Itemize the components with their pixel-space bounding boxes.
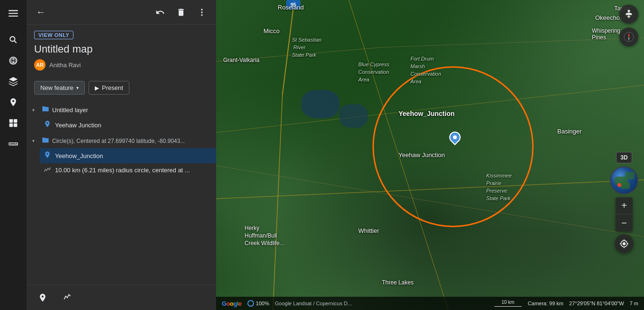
layer-item-2-label: Yeehow_Junction bbox=[55, 152, 103, 159]
svg-point-5 bbox=[12, 58, 14, 60]
3d-button[interactable]: 3D bbox=[616, 152, 632, 163]
present-play-icon: ▶ bbox=[95, 85, 99, 91]
measure-button[interactable] bbox=[4, 134, 23, 153]
zoom-controls: + − bbox=[616, 197, 633, 231]
svg-rect-1 bbox=[9, 13, 18, 14]
author-name: Anitha Ravi bbox=[49, 62, 81, 69]
data-source: Google Landsat / Copernicus D... bbox=[275, 301, 352, 306]
location-button[interactable] bbox=[4, 93, 23, 112]
explore-button[interactable] bbox=[4, 51, 23, 70]
layer-group-2: ▾ Circle(s), Centered at 27.699740 latit… bbox=[27, 133, 216, 177]
present-label: Present bbox=[102, 84, 123, 91]
pin-icon-2 bbox=[44, 151, 51, 160]
map-pin[interactable] bbox=[448, 132, 462, 148]
sidebar: ← VIEW ONLY Untitled map AR Anitha Ravi bbox=[27, 0, 216, 310]
svg-rect-6 bbox=[9, 119, 13, 123]
layer-1-name: Untitled layer bbox=[52, 106, 210, 114]
map-author: AR Anitha Ravi bbox=[34, 59, 209, 71]
more-button[interactable] bbox=[193, 4, 210, 21]
sidebar-header: ← bbox=[27, 0, 216, 25]
layer-item-1-label: Yeehaw Junction bbox=[55, 122, 101, 129]
sidebar-bottom bbox=[27, 285, 216, 310]
back-button[interactable]: ← bbox=[32, 4, 49, 21]
svg-point-18 bbox=[201, 14, 202, 16]
compass-icon bbox=[623, 31, 635, 43]
water-body bbox=[301, 90, 339, 118]
layer-item-circle[interactable]: 10.00 km (6.21 miles) radius circle, cen… bbox=[40, 163, 216, 177]
zoom-out-button[interactable]: − bbox=[616, 214, 633, 231]
my-location-button[interactable] bbox=[615, 234, 634, 253]
globe-widget[interactable] bbox=[610, 166, 638, 195]
map-area[interactable]: 95 RoselandMiccoGrant-ValkariaSt Sebasti… bbox=[216, 0, 644, 310]
zoom-indicator: 100% bbox=[247, 300, 269, 307]
present-button[interactable]: ▶ Present bbox=[89, 81, 129, 95]
compass-button[interactable] bbox=[619, 27, 638, 46]
scale-label: 10 km bbox=[501, 300, 514, 305]
water-body-2 bbox=[339, 104, 368, 128]
map-controls-top bbox=[619, 5, 638, 46]
chevron-down-icon: ▾ bbox=[76, 85, 79, 90]
layer-1-items: Yeehaw Junction bbox=[27, 117, 216, 133]
folder-icon-2 bbox=[42, 136, 49, 145]
delete-button[interactable] bbox=[172, 4, 190, 21]
svg-point-29 bbox=[628, 10, 630, 12]
zoom-in-button[interactable]: + bbox=[616, 197, 633, 214]
layer-item-3-label: 10.00 km (6.21 miles) radius circle, cen… bbox=[55, 167, 190, 174]
pegman-button[interactable] bbox=[619, 5, 638, 24]
layer-item-yeehow-junction[interactable]: Yeehow_Junction bbox=[40, 148, 216, 163]
chevron-icon-2: ▾ bbox=[32, 138, 39, 143]
svg-rect-8 bbox=[9, 124, 13, 127]
chevron-icon: ▾ bbox=[32, 107, 39, 113]
menu-button[interactable] bbox=[4, 4, 23, 23]
layer-item-yeehaw-junction[interactable]: Yeehaw Junction bbox=[40, 117, 216, 133]
new-feature-button[interactable]: New feature ▾ bbox=[34, 81, 85, 95]
layers-button[interactable] bbox=[4, 72, 23, 91]
action-buttons: New feature ▾ ▶ Present bbox=[27, 81, 216, 100]
pin-icon bbox=[44, 120, 51, 130]
layer-1-header[interactable]: ▾ Untitled layer bbox=[27, 102, 216, 117]
zoom-percent: 100% bbox=[256, 301, 269, 306]
map-info: VIEW ONLY Untitled map AR Anitha Ravi bbox=[27, 25, 216, 81]
layer-2-header[interactable]: ▾ Circle(s), Centered at 27.699740 latit… bbox=[27, 133, 216, 148]
google-logo: Google bbox=[222, 300, 242, 307]
coordinates: 27°29'05"N 81°04'00"W bbox=[569, 301, 624, 306]
folder-icon bbox=[42, 105, 49, 115]
pin-head bbox=[447, 129, 463, 145]
scale-bar: 10 km bbox=[494, 300, 522, 307]
layer-2-name: Circle(s), Centered at 27.699740 latitud… bbox=[52, 138, 210, 144]
icon-rail bbox=[0, 0, 27, 310]
svg-line-4 bbox=[14, 41, 17, 43]
add-marker-button[interactable] bbox=[34, 289, 51, 306]
map-status-bar: Google 100% Google Landsat / Copernicus … bbox=[216, 297, 644, 310]
new-feature-label: New feature bbox=[40, 84, 73, 91]
undo-button[interactable] bbox=[152, 4, 169, 21]
layer-2-items: Yeehow_Junction 10.00 km (6.21 miles) ra… bbox=[27, 148, 216, 177]
svg-point-17 bbox=[201, 11, 202, 13]
layer-tree: ▾ Untitled layer Yeehaw Junction ▾ bbox=[27, 100, 216, 285]
map-title: Untitled map bbox=[34, 43, 209, 55]
svg-rect-7 bbox=[14, 119, 18, 123]
map-controls-bottom: 3D + − bbox=[610, 152, 638, 253]
layer-group-1: ▾ Untitled layer Yeehaw Junction bbox=[27, 102, 216, 133]
search-button[interactable] bbox=[4, 30, 23, 49]
svg-point-3 bbox=[10, 36, 15, 41]
grid-button[interactable] bbox=[4, 114, 23, 133]
pin-dot bbox=[453, 135, 457, 139]
zoom-level: 7 m bbox=[630, 301, 638, 306]
view-only-badge: VIEW ONLY bbox=[34, 31, 73, 39]
svg-rect-9 bbox=[14, 124, 18, 127]
map-background bbox=[216, 0, 644, 310]
measure-tool-button[interactable] bbox=[59, 289, 76, 306]
svg-rect-2 bbox=[9, 16, 18, 17]
svg-rect-0 bbox=[9, 10, 18, 11]
avatar: AR bbox=[34, 59, 45, 71]
camera-info: Camera: 99 km bbox=[528, 301, 563, 306]
polyline-icon bbox=[44, 166, 51, 174]
svg-point-16 bbox=[201, 9, 202, 10]
